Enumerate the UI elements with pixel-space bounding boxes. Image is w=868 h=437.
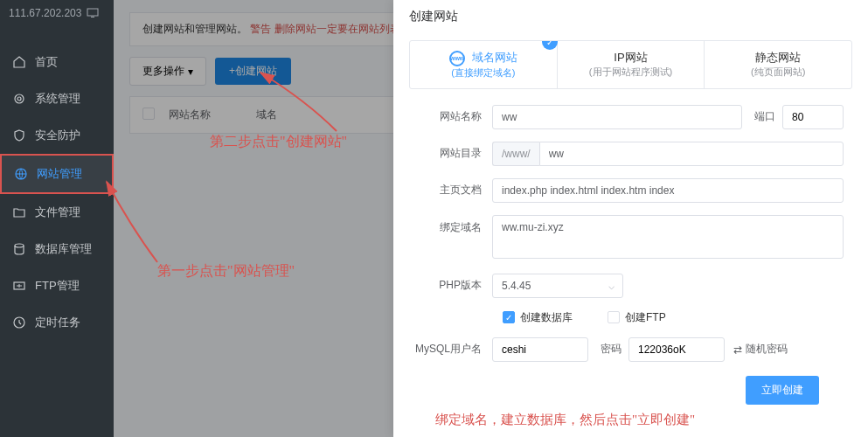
svg-point-5	[15, 244, 24, 247]
sidebar-item-website[interactable]: 网站管理	[0, 154, 114, 194]
svg-point-2	[15, 94, 24, 103]
sidebar-item-label: FTP管理	[35, 278, 80, 294]
sidebar-item-label: 网站管理	[37, 166, 82, 182]
label-index-doc: 主页文档	[409, 183, 492, 198]
sidebar-item-home[interactable]: 首页	[0, 44, 114, 80]
tab-ip-website[interactable]: IP网站 (用于网站程序测试)	[558, 41, 705, 88]
shuffle-icon: ⇄	[733, 343, 742, 356]
tab-subtitle: (纯页面网站)	[712, 66, 844, 79]
tab-subtitle: (用于网站程序测试)	[565, 66, 698, 79]
site-dir-input[interactable]	[539, 142, 844, 166]
sidebar-item-security[interactable]: 安全防护	[0, 117, 114, 154]
server-ip: 111.67.202.203	[0, 0, 114, 26]
random-password-button[interactable]: ⇄ 随机密码	[733, 342, 788, 357]
globe-icon	[14, 167, 28, 181]
port-input[interactable]	[782, 105, 844, 129]
index-doc-input[interactable]	[492, 178, 844, 203]
checkbox-checked-icon: ✓	[503, 311, 515, 323]
modal-overlay[interactable]	[114, 0, 393, 437]
tab-title: 域名网站	[472, 51, 517, 64]
gear-icon	[12, 92, 26, 106]
label-mysql-user: MySQL用户名	[409, 342, 492, 357]
check-icon: ✓	[542, 40, 558, 50]
mysql-user-input[interactable]	[492, 337, 588, 362]
tab-title: 静态网站	[712, 50, 844, 66]
label-port: 端口	[754, 109, 775, 124]
sidebar-item-label: 首页	[35, 54, 58, 70]
sidebar-item-files[interactable]: 文件管理	[0, 194, 114, 231]
ftp-icon	[12, 279, 26, 293]
sidebar-item-label: 系统管理	[35, 91, 80, 107]
submit-create-button[interactable]: 立即创建	[746, 376, 819, 405]
sidebar-item-label: 文件管理	[35, 205, 80, 220]
label-site-dir: 网站目录	[409, 146, 492, 161]
php-version-select[interactable]	[492, 274, 623, 298]
sidebar-item-label: 数据库管理	[35, 241, 92, 257]
label-php-version: PHP版本	[409, 278, 492, 293]
tab-static-website[interactable]: 静态网站 (纯页面网站)	[705, 41, 851, 88]
clock-icon	[12, 316, 26, 329]
database-icon	[12, 242, 26, 256]
create-website-form: 网站名称 端口 网站目录 /www/ 主页文档 绑定域名	[393, 105, 868, 421]
checkbox-unchecked-icon	[608, 311, 620, 323]
shield-icon	[12, 128, 26, 142]
tab-subtitle: (直接绑定域名)	[417, 66, 550, 80]
modal-tabs: ✓ www 域名网站 (直接绑定域名) IP网站 (用于网站程序测试) 静态网站…	[409, 40, 852, 89]
label-bind-domain: 绑定域名	[409, 215, 492, 235]
create-db-label: 创建数据库	[520, 310, 573, 325]
create-db-checkbox[interactable]: ✓ 创建数据库	[503, 310, 573, 325]
label-site-name: 网站名称	[409, 109, 492, 124]
sidebar-item-ftp[interactable]: FTP管理	[0, 267, 114, 304]
bind-domain-input[interactable]	[492, 215, 844, 259]
www-icon: www	[449, 51, 465, 66]
modal-title: 创建网站	[393, 0, 868, 33]
tab-domain-website[interactable]: ✓ www 域名网站 (直接绑定域名)	[410, 41, 558, 88]
annotation-step3: 绑定域名，建立数据库，然后点击"立即创建"	[435, 412, 868, 428]
folder-icon	[12, 205, 26, 219]
create-ftp-label: 创建FTP	[625, 310, 666, 325]
sidebar-item-label: 定时任务	[35, 315, 80, 330]
label-password: 密码	[601, 342, 621, 357]
mysql-password-input[interactable]	[628, 337, 725, 362]
create-website-modal: 创建网站 ✓ www 域名网站 (直接绑定域名) IP网站 (用于网站程序测试)…	[393, 0, 868, 437]
svg-rect-1	[91, 17, 94, 17]
dir-prefix: /www/	[492, 142, 539, 166]
monitor-icon	[87, 8, 99, 18]
sidebar-item-system[interactable]: 系统管理	[0, 80, 114, 117]
sidebar-item-database[interactable]: 数据库管理	[0, 231, 114, 267]
svg-point-3	[17, 97, 21, 101]
home-icon	[12, 55, 26, 69]
create-ftp-checkbox[interactable]: 创建FTP	[608, 310, 666, 325]
tab-title: IP网站	[565, 50, 698, 66]
sidebar-item-label: 安全防护	[35, 128, 80, 143]
site-name-input[interactable]	[492, 105, 742, 129]
svg-rect-0	[87, 9, 98, 16]
random-label: 随机密码	[746, 342, 788, 357]
sidebar-item-cron[interactable]: 定时任务	[0, 304, 114, 341]
sidebar: 111.67.202.203 首页 系统管理 安全防护 网站管理 文件管理 数据…	[0, 0, 114, 437]
server-ip-text: 111.67.202.203	[9, 7, 81, 19]
